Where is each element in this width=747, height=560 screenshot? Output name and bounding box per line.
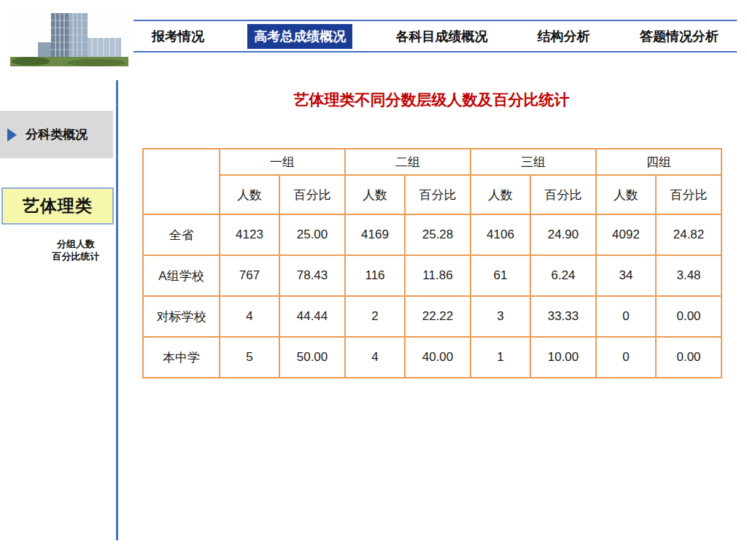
table-cell: 4 [345, 337, 405, 378]
tab-subject-score-overview[interactable]: 各科目成绩概况 [390, 24, 495, 49]
sidebar-item-subject-category-overview[interactable]: 分科类概况 [0, 111, 113, 158]
tab-total-score-overview[interactable]: 高考总成绩概况 [247, 24, 352, 49]
table-row-province: 全省 4123 25.00 4169 25.28 4106 24.90 4092… [143, 214, 721, 255]
group-header: 四组 [596, 149, 721, 175]
table-cell: 4169 [345, 214, 405, 255]
table-cell: 0 [596, 296, 656, 337]
sidebar-subitem-line2: 百分比统计 [35, 250, 117, 262]
table-row-group-a-schools: A组学校 767 78.43 116 11.86 61 6.24 34 3.48 [143, 255, 721, 296]
sub-header-percent: 百分比 [279, 175, 345, 214]
table-cell: 61 [471, 255, 530, 296]
table-cell: 10.00 [530, 337, 596, 378]
table-sub-header-row: 人数 百分比 人数 百分比 人数 百分比 人数 百分比 [143, 175, 721, 214]
main-content: 艺体理类不同分数层级人数及百分比统计 一组 二组 三组 四组 人数 [142, 80, 721, 378]
table-cell: 50.00 [279, 337, 345, 378]
table-cell: 0.00 [656, 337, 721, 378]
sub-header-percent: 百分比 [405, 175, 471, 214]
corner-cell [143, 149, 220, 214]
group-header: 二组 [345, 149, 471, 175]
table-cell: 767 [220, 255, 279, 296]
table-cell: 3.48 [656, 255, 721, 296]
table-cell: 3 [471, 296, 530, 337]
table-cell: 4092 [596, 214, 656, 255]
table-cell: 0.00 [656, 296, 721, 337]
page: 报考情况 高考总成绩概况 各科目成绩概况 结构分析 答题情况分析 分科类概况 艺… [0, 0, 747, 560]
tab-answer-analysis[interactable]: 答题情况分析 [633, 24, 725, 49]
tab-structure-analysis[interactable]: 结构分析 [531, 24, 597, 49]
table-cell: 34 [596, 255, 656, 296]
table-cell: 0 [596, 337, 656, 378]
table-cell: 11.86 [405, 255, 471, 296]
row-header: A组学校 [143, 255, 220, 296]
row-header: 本中学 [143, 337, 220, 378]
table-cell: 24.90 [530, 214, 596, 255]
table-cell: 22.22 [405, 296, 471, 337]
table-cell: 25.00 [279, 214, 345, 255]
sidebar-subitem-group-percentage-stats[interactable]: 分组人数 百分比统计 [0, 238, 117, 262]
table-cell: 24.82 [656, 214, 721, 255]
building-logo-icon [9, 9, 130, 68]
row-header: 全省 [143, 214, 220, 255]
tab-application-status[interactable]: 报考情况 [145, 24, 211, 49]
table-cell: 6.24 [530, 255, 596, 296]
sub-header-percent: 百分比 [656, 175, 721, 214]
table-group-header-row: 一组 二组 三组 四组 [143, 149, 721, 175]
group-header: 三组 [471, 149, 596, 175]
table-cell: 40.00 [405, 337, 471, 378]
table-cell: 4106 [471, 214, 530, 255]
sidebar-subitem-line1: 分组人数 [35, 238, 117, 250]
sub-header-percent: 百分比 [530, 175, 596, 214]
play-arrow-icon [7, 128, 17, 141]
sub-header-count: 人数 [345, 175, 405, 214]
table-cell: 2 [345, 296, 405, 337]
table-cell: 4 [220, 296, 279, 337]
table-cell: 4123 [220, 214, 279, 255]
sub-header-count: 人数 [220, 175, 279, 214]
group-header: 一组 [220, 149, 345, 175]
table-cell: 1 [471, 337, 530, 378]
stats-table: 一组 二组 三组 四组 人数 百分比 人数 百分比 人数 百分比 人数 百分比 [142, 148, 722, 378]
table-cell: 5 [220, 337, 279, 378]
sidebar-divider [116, 80, 118, 540]
sidebar-section-label: 分科类概况 [26, 126, 88, 143]
top-nav: 报考情况 高考总成绩概况 各科目成绩概况 结构分析 答题情况分析 [133, 20, 737, 52]
table-row-this-school: 本中学 5 50.00 4 40.00 1 10.00 0 0.00 [143, 337, 721, 378]
table-cell: 44.44 [279, 296, 345, 337]
sidebar-item-art-pe-science[interactable]: 艺体理类 [1, 187, 114, 225]
table-row-benchmark-schools: 对标学校 4 44.44 2 22.22 3 33.33 0 0.00 [143, 296, 721, 337]
sub-header-count: 人数 [596, 175, 656, 214]
sub-header-count: 人数 [471, 175, 530, 214]
page-title: 艺体理类不同分数层级人数及百分比统计 [142, 90, 721, 109]
table-cell: 33.33 [530, 296, 596, 337]
table-cell: 25.28 [405, 214, 471, 255]
table-cell: 116 [345, 255, 405, 296]
table-cell: 78.43 [279, 255, 345, 296]
row-header: 对标学校 [143, 296, 220, 337]
